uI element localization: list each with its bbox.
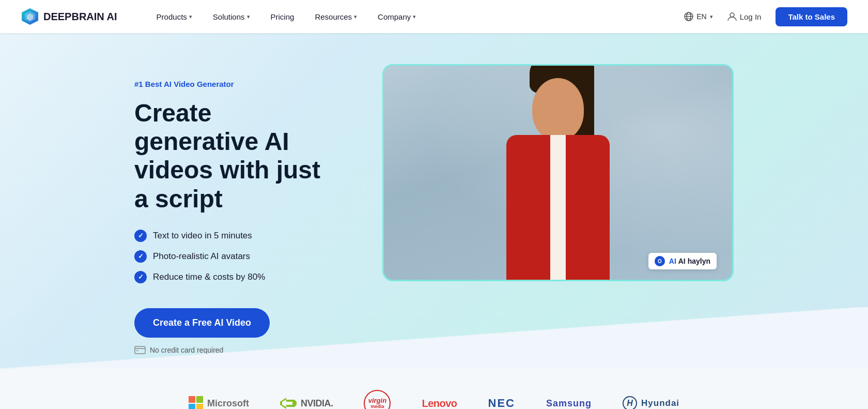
avatar-suit [506,135,610,280]
svg-marker-13 [286,400,297,407]
logo-samsung: Samsung [546,398,592,409]
hero-section: #1 Best AI Video Generator Create genera… [0,33,868,369]
nav-pricing[interactable]: Pricing [262,8,303,25]
check-icon-1 [134,230,147,242]
language-selector[interactable]: EN ▾ [684,12,712,21]
lang-chevron-icon: ▾ [710,13,713,20]
hero-content: #1 Best AI Video Generator Create genera… [134,64,341,354]
svg-marker-12 [280,398,286,409]
feature-item-2: Photo-realistic AI avatars [134,250,341,263]
virgin-icon: virgin media [364,390,391,409]
avatar-head [532,78,584,140]
avatar-dot-icon: O [655,256,665,266]
feature-item-3: Reduce time & costs by 80% [134,271,341,283]
no-card-notice: No credit card required [134,346,341,354]
login-button[interactable]: Log In [721,8,768,25]
svg-rect-9 [135,346,145,354]
microsoft-label: Microsoft [207,398,249,409]
logo-microsoft: Microsoft [189,396,249,409]
check-icon-2 [134,250,147,263]
products-chevron-icon: ▾ [189,13,192,20]
create-free-video-button[interactable]: Create a Free AI Video [134,308,270,338]
video-display: O AI AI haylyn [382,64,734,281]
logo-virgin: virgin media [364,390,391,409]
navbar: DEEPBRAIN AI Products ▾ Solutions ▾ Pric… [0,0,868,33]
microsoft-icon [189,396,203,409]
user-icon [727,12,737,21]
cta-section: Create a Free AI Video [134,308,341,338]
logo-nvidia: NVIDIA. [280,398,333,409]
credit-card-icon [134,346,146,354]
company-chevron-icon: ▾ [413,13,416,20]
logo[interactable]: DEEPBRAIN AI [21,7,117,26]
hero-title: Create generative AI videos with just a … [134,99,341,213]
feature-item-1: Text to video in 5 minutes [134,230,341,242]
hero-video-frame: O AI AI haylyn [382,64,734,281]
check-icon-3 [134,271,147,283]
logo-hyundai: H Hyundai [623,396,679,409]
nav-links: Products ▾ Solutions ▾ Pricing Resources… [148,8,685,25]
resources-chevron-icon: ▾ [354,13,357,20]
partner-logos: Microsoft NVIDIA. virgin media Lenovo NE… [0,369,868,409]
nav-products[interactable]: Products ▾ [148,8,200,25]
nav-solutions[interactable]: Solutions ▾ [205,8,258,25]
brand-name: DEEPBRAIN AI [43,11,117,23]
nav-resources[interactable]: Resources ▾ [306,8,365,25]
deepbrain-logo-icon [21,7,39,26]
nec-label: NEC [488,397,515,409]
nvidia-icon [280,398,297,409]
lenovo-label: Lenovo [422,398,457,410]
globe-icon [684,12,693,21]
nav-company[interactable]: Company ▾ [369,8,424,25]
logo-lenovo: Lenovo [422,398,457,410]
talk-to-sales-button[interactable]: Talk to Sales [776,7,847,26]
hyundai-icon: H [623,396,637,409]
hero-badge: #1 Best AI Video Generator [134,80,341,88]
solutions-chevron-icon: ▾ [247,13,250,20]
hero-features: Text to video in 5 minutes Photo-realist… [134,230,341,283]
hyundai-label: Hyundai [641,398,679,408]
avatar-body [501,94,615,280]
nav-right: EN ▾ Log In Talk to Sales [684,7,847,26]
avatar-name-tag: O AI AI haylyn [648,253,717,269]
svg-point-8 [730,13,734,17]
nvidia-label: NVIDIA. [301,398,333,409]
samsung-label: Samsung [546,398,592,409]
logo-nec: NEC [488,397,515,409]
svg-rect-11 [136,350,138,351]
